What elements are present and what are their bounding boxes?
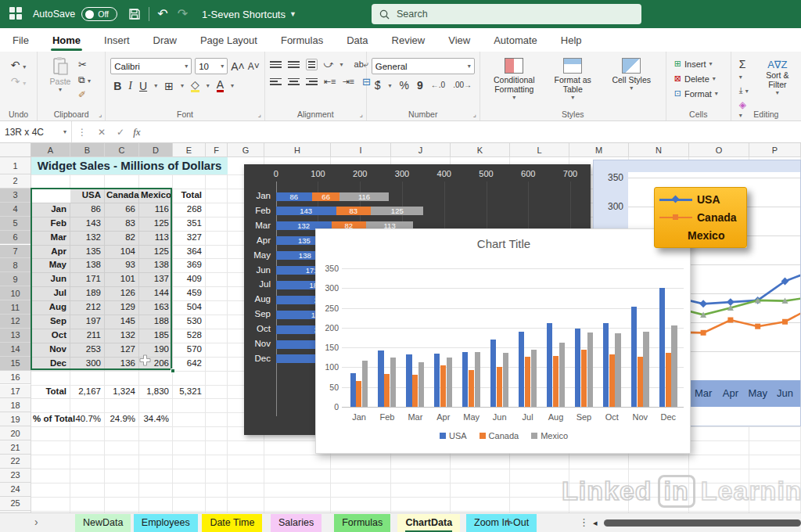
cell-B17[interactable]: 2,167 xyxy=(72,385,101,399)
row-header-3[interactable]: 3 xyxy=(0,189,31,203)
cell-B11[interactable]: 212 xyxy=(72,300,101,315)
cell-A8[interactable]: May xyxy=(33,258,66,272)
cell-A6[interactable]: Mar xyxy=(33,231,66,245)
select-all-corner[interactable] xyxy=(0,143,31,157)
menu-tab-page-layout[interactable]: Page Layout xyxy=(199,31,259,49)
sheet-menu-button[interactable]: ⋮ xyxy=(579,516,589,528)
floating-legend[interactable]: USACanadaMexico xyxy=(654,187,747,248)
fill-icon[interactable]: ⤓ ▾ xyxy=(739,86,751,95)
format-painter-icon[interactable]: ✐ xyxy=(78,90,91,99)
paste-button[interactable]: Paste▾ xyxy=(42,56,78,93)
menu-tab-insert[interactable]: Insert xyxy=(102,31,131,49)
row-header-2[interactable]: 2 xyxy=(0,174,31,189)
format-as-table-button[interactable]: Format as Table▾ xyxy=(544,58,602,101)
cell-E4[interactable]: 268 xyxy=(174,203,202,217)
column-header-B[interactable]: B xyxy=(70,143,105,157)
cell-C17[interactable]: 1,324 xyxy=(106,385,135,399)
cell-styles-button[interactable]: Cell Styles▾ xyxy=(602,58,661,92)
cell-D3[interactable]: Mexico xyxy=(141,189,169,203)
underline-button[interactable]: U xyxy=(139,81,147,92)
sheet-grid[interactable]: ABCDEFGHIJKLMNOP123456789101112131415161… xyxy=(0,143,801,512)
autosave-toggle[interactable]: Off xyxy=(81,7,117,21)
cell-A10[interactable]: Jul xyxy=(33,286,66,300)
cell-C3[interactable]: Canada xyxy=(106,189,135,203)
row-header-23[interactable]: 23 xyxy=(0,469,31,483)
row-header-1[interactable]: 1 xyxy=(0,157,31,174)
cell-B9[interactable]: 171 xyxy=(72,272,101,286)
row-header-18[interactable]: 18 xyxy=(0,398,31,412)
row-header-20[interactable]: 20 xyxy=(0,426,31,440)
align-right-icon[interactable] xyxy=(306,78,318,85)
italic-button[interactable]: I xyxy=(128,81,132,92)
sort-filter-button[interactable]: A∇Z Sort & Filter▾ xyxy=(759,59,796,96)
cell-B14[interactable]: 253 xyxy=(72,343,101,357)
workbook-quick-menu[interactable]: 1-Seven Shortcuts▼ xyxy=(202,9,296,20)
cell-C4[interactable]: 66 xyxy=(106,203,135,217)
format-cells-button[interactable]: ⊡Format▾ xyxy=(674,88,718,99)
cell-A5[interactable]: Feb xyxy=(33,217,66,231)
cell-D9[interactable]: 137 xyxy=(141,272,169,286)
cell-C10[interactable]: 126 xyxy=(106,286,135,300)
row-header-25[interactable]: 25 xyxy=(0,497,31,511)
menu-tab-formulas[interactable]: Formulas xyxy=(279,31,325,49)
cut-icon[interactable]: ✂ xyxy=(78,59,91,70)
delete-cells-button[interactable]: ⊠Delete▾ xyxy=(674,74,716,84)
grow-font-icon[interactable]: A˄ xyxy=(231,61,245,72)
cell-E10[interactable]: 459 xyxy=(174,286,202,300)
cell-A19[interactable]: % of Total xyxy=(33,412,66,426)
cell-B19[interactable]: 40.7% xyxy=(72,412,101,426)
cell-C7[interactable]: 104 xyxy=(106,245,135,259)
alignment-dialog-launcher[interactable]: ⌟ xyxy=(360,110,363,118)
add-sheet-button[interactable]: + xyxy=(505,515,512,529)
cell-C19[interactable]: 24.9% xyxy=(106,412,135,426)
cell-D12[interactable]: 188 xyxy=(141,315,169,329)
shrink-font-icon[interactable]: A˅ xyxy=(248,62,260,71)
scroll-left-icon[interactable]: ◂ xyxy=(593,518,598,528)
clipboard-dialog-launcher[interactable]: ⌟ xyxy=(99,110,102,118)
sheet-tab-zoom-in-out[interactable]: Zoom In-Out xyxy=(466,514,537,532)
cell-C13[interactable]: 132 xyxy=(106,329,135,343)
cell-B15[interactable]: 300 xyxy=(72,357,101,371)
cell-C9[interactable]: 101 xyxy=(106,272,135,286)
row-header-16[interactable]: 16 xyxy=(0,371,31,385)
row-header-15[interactable]: 15 xyxy=(0,357,31,371)
save-button[interactable] xyxy=(128,8,141,20)
cell-A15[interactable]: Dec xyxy=(33,357,66,371)
name-box[interactable]: 13R x 4C▾ xyxy=(0,121,72,142)
sheet-tab-salaries[interactable]: Salaries xyxy=(271,514,321,532)
cell-A12[interactable]: Sep xyxy=(33,315,66,329)
insert-function-button[interactable]: fx xyxy=(133,126,140,138)
align-top-icon[interactable] xyxy=(270,61,282,68)
cell-A4[interactable]: Jan xyxy=(33,203,66,217)
column-header-L[interactable]: L xyxy=(510,143,569,157)
cell-D7[interactable]: 125 xyxy=(141,245,169,259)
decrease-decimal-icon[interactable]: .00→ xyxy=(453,81,472,89)
align-left-icon[interactable] xyxy=(270,78,282,85)
cell-A17[interactable]: Total xyxy=(33,385,66,399)
column-header-D[interactable]: D xyxy=(139,143,173,157)
sheet-nav-next-icon[interactable]: › xyxy=(34,516,38,528)
redo-icon[interactable]: ↷ ▾ xyxy=(11,76,27,87)
column-header-A[interactable]: A xyxy=(31,143,70,157)
cell-B3[interactable]: USA xyxy=(72,189,101,203)
percent-format-icon[interactable]: % xyxy=(400,80,409,91)
cell-D4[interactable]: 116 xyxy=(141,203,169,217)
menu-tab-automate[interactable]: Automate xyxy=(492,31,539,49)
copy-icon[interactable]: ⧉ ▾ xyxy=(78,75,91,84)
font-dialog-launcher[interactable]: ⌟ xyxy=(258,110,261,118)
sheet-tab-formulas[interactable]: Formulas xyxy=(334,514,390,532)
cell-B7[interactable]: 135 xyxy=(72,245,101,259)
cell-E7[interactable]: 364 xyxy=(174,245,202,259)
autosum-icon[interactable]: Σ ▾ xyxy=(739,59,751,81)
cell-B10[interactable]: 189 xyxy=(72,286,101,300)
cell-B4[interactable]: 86 xyxy=(72,203,101,217)
confirm-entry-icon[interactable]: ✓ xyxy=(117,127,124,138)
align-center-icon[interactable] xyxy=(288,78,300,85)
font-name-select[interactable]: Calibri▾ xyxy=(110,58,192,74)
row-header-5[interactable]: 5 xyxy=(0,217,31,231)
row-header-12[interactable]: 12 xyxy=(0,315,31,329)
decrease-indent-icon[interactable]: ⇤≡ xyxy=(324,77,336,86)
cell-D17[interactable]: 1,830 xyxy=(141,385,169,399)
menu-tab-review[interactable]: Review xyxy=(390,31,427,49)
cell-E12[interactable]: 530 xyxy=(174,315,202,329)
